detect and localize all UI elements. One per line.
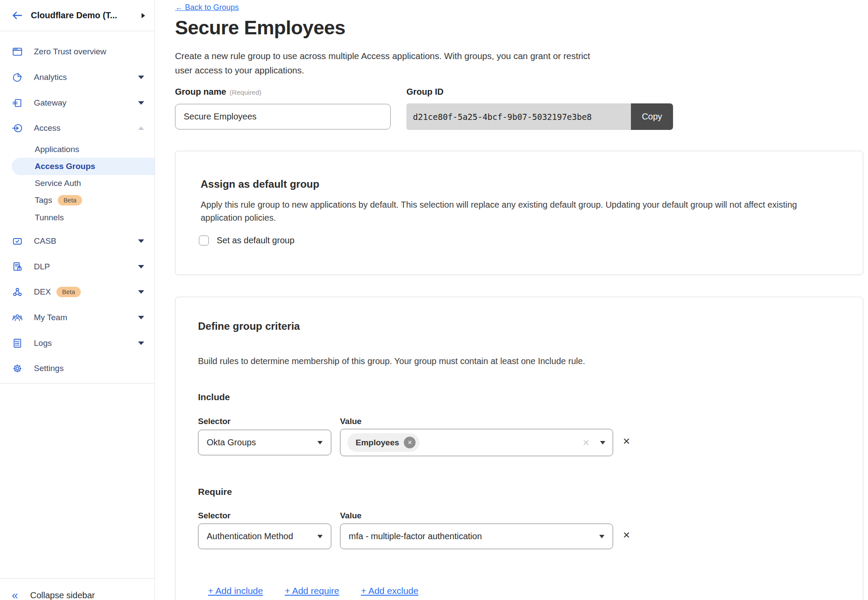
add-include-link[interactable]: + Add include: [208, 586, 263, 596]
remove-require-rule-icon[interactable]: ✕: [623, 530, 630, 540]
document-lock-icon: [12, 261, 23, 272]
include-value-multiselect[interactable]: Employees ✕ ✕: [340, 429, 613, 456]
inbox-check-icon: [12, 235, 23, 247]
chevron-down-icon: [138, 265, 144, 269]
default-group-checkbox-row: Set as default group: [199, 235, 294, 245]
pie-chart-icon: [12, 72, 23, 83]
network-nodes-icon: [12, 286, 23, 298]
sidebar-item-settings[interactable]: Settings: [0, 356, 155, 381]
value-chip: Employees ✕: [347, 433, 419, 452]
gateway-icon: [12, 97, 23, 109]
team-icon: [12, 312, 23, 323]
group-id-label: Group ID: [406, 87, 444, 97]
sidebar-item-logs[interactable]: Logs: [0, 331, 155, 356]
sidebar-item-gateway[interactable]: Gateway: [0, 90, 155, 116]
rule-action-links: + Add include + Add require + Add exclud…: [208, 586, 419, 596]
require-value-label: Value: [340, 511, 362, 520]
sidebar-header: Cloudflare Demo (T...: [0, 0, 155, 31]
group-id-box: d21ce80f-5a25-4bcf-9b07-5032197e3be8 Cop…: [406, 103, 673, 130]
add-require-link[interactable]: + Add require: [285, 586, 340, 596]
sidebar-item-dlp[interactable]: DLP: [0, 254, 155, 279]
require-value-dropdown[interactable]: mfa - multiple-factor authentication: [340, 524, 613, 549]
caret-down-icon: [599, 535, 604, 538]
chevron-down-icon: [138, 316, 144, 319]
default-group-card-description: Apply this rule group to new application…: [201, 198, 819, 224]
chevron-down-icon: [138, 239, 144, 243]
caret-right-icon[interactable]: [142, 13, 145, 18]
log-list-icon: [12, 338, 23, 349]
sidebar-item-casb[interactable]: CASB: [0, 229, 155, 254]
back-to-groups-link[interactable]: ← Back to Groups: [175, 3, 239, 12]
account-title: Cloudflare Demo (T...: [31, 10, 134, 20]
caret-down-icon: [317, 441, 323, 444]
collapse-sidebar-button[interactable]: « Collapse sidebar: [0, 585, 155, 600]
caret-down-icon: [317, 535, 323, 538]
include-selector-label: Selector: [198, 417, 231, 426]
required-hint: (Required): [230, 89, 261, 96]
sidebar-item-access-groups[interactable]: Access Groups: [12, 158, 155, 175]
criteria-card: Define group criteria Build rules to det…: [175, 297, 863, 600]
include-selector-dropdown[interactable]: Okta Groups: [198, 430, 331, 455]
set-default-checkbox[interactable]: [199, 235, 209, 245]
sidebar-item-access[interactable]: Access: [0, 116, 155, 141]
require-selector-dropdown[interactable]: Authentication Method: [198, 524, 331, 549]
sidebar-item-service-auth[interactable]: Service Auth: [0, 175, 155, 192]
login-arrow-icon: [12, 123, 23, 134]
chevron-down-icon: [138, 76, 144, 79]
beta-badge: Beta: [58, 195, 82, 206]
default-group-card: Assign as default group Apply this rule …: [175, 151, 863, 275]
require-selector-label: Selector: [198, 511, 231, 520]
copy-button[interactable]: Copy: [631, 103, 673, 130]
clear-values-icon[interactable]: ✕: [582, 438, 590, 448]
default-group-card-title: Assign as default group: [201, 178, 319, 190]
back-arrow-icon[interactable]: [11, 10, 23, 21]
collapse-chevrons-icon: «: [12, 590, 18, 600]
sidebar-item-my-team[interactable]: My Team: [0, 305, 155, 330]
sidebar-item-analytics[interactable]: Analytics: [0, 65, 155, 90]
chevron-up-icon: [138, 126, 144, 130]
include-heading: Include: [198, 392, 230, 402]
criteria-card-title: Define group criteria: [198, 320, 300, 332]
sidebar-item-tunnels[interactable]: Tunnels: [0, 209, 155, 226]
group-name-input[interactable]: [175, 104, 391, 129]
include-value-label: Value: [340, 417, 362, 426]
sidebar: Cloudflare Demo (T... Zero Trust overvie…: [0, 0, 155, 600]
gear-icon: [12, 363, 23, 374]
sidebar-footer-divider: [0, 578, 155, 579]
page-description: Create a new rule group to use across mu…: [175, 49, 603, 77]
chevron-down-icon: [138, 341, 144, 345]
add-exclude-link[interactable]: + Add exclude: [361, 586, 419, 596]
caret-down-icon: [600, 441, 605, 444]
set-default-checkbox-label[interactable]: Set as default group: [217, 235, 294, 245]
require-heading: Require: [198, 487, 232, 497]
chevron-down-icon: [138, 101, 144, 105]
group-name-label: Group name(Required): [175, 87, 261, 97]
main-content: ← Back to Groups Secure Employees Create…: [155, 0, 868, 600]
beta-badge: Beta: [56, 287, 81, 297]
remove-include-rule-icon[interactable]: ✕: [623, 436, 630, 447]
sidebar-divider: [0, 383, 155, 384]
page-title: Secure Employees: [175, 17, 345, 39]
chevron-down-icon: [138, 290, 144, 294]
chip-remove-icon[interactable]: ✕: [404, 437, 416, 448]
group-id-value: d21ce80f-5a25-4bcf-9b07-5032197e3be8: [406, 103, 631, 130]
sidebar-item-applications[interactable]: Applications: [0, 141, 155, 158]
criteria-card-description: Build rules to determine membership of t…: [198, 355, 841, 368]
sidebar-item-zero-trust-overview[interactable]: Zero Trust overview: [0, 39, 155, 64]
window-icon: [12, 46, 23, 57]
sidebar-item-dex[interactable]: DEX Beta: [0, 279, 155, 305]
sidebar-item-tags[interactable]: Tags Beta: [0, 192, 155, 209]
